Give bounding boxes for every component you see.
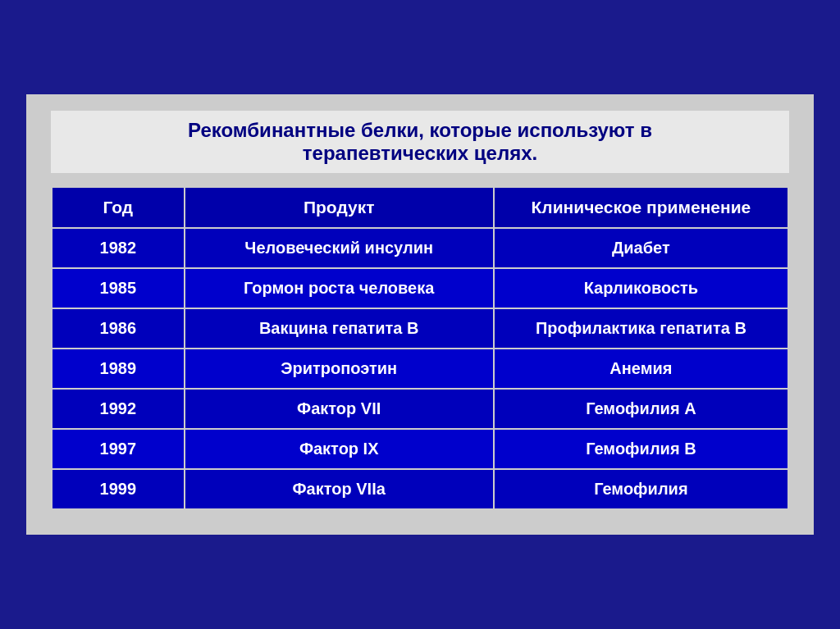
table-row: 1992Фактор VIIГемофилия А	[52, 389, 788, 429]
cell-clinical: Профилактика гепатита В	[494, 308, 788, 349]
table-row: 1986Вакцина гепатита ВПрофилактика гепат…	[52, 308, 788, 349]
page-wrapper: Рекомбинантные белки, которые используют…	[26, 94, 814, 535]
cell-product: Фактор VII	[185, 389, 494, 429]
cell-year: 1992	[52, 389, 185, 429]
cell-year: 1997	[52, 429, 185, 469]
cell-product: Эритропоэтин	[185, 349, 494, 389]
table-row: 1985Гормон роста человекаКарликовость	[52, 268, 788, 308]
cell-product: Гормон роста человека	[185, 268, 494, 308]
cell-year: 1985	[52, 268, 185, 308]
cell-clinical: Карликовость	[494, 268, 788, 308]
cell-product: Фактор IX	[185, 429, 494, 469]
cell-year: 1986	[52, 308, 185, 349]
cell-product: Человеческий инсулин	[185, 228, 494, 268]
table-row: 1997Фактор IXГемофилия В	[52, 429, 788, 469]
cell-year: 1999	[52, 469, 185, 509]
header-clinical: Клиническое применение	[494, 187, 788, 228]
table-header-row: Год Продукт Клиническое применение	[52, 187, 788, 228]
page-title: Рекомбинантные белки, которые используют…	[51, 111, 789, 173]
table-row: 1999Фактор VIIaГемофилия	[52, 469, 788, 509]
table-row: 1982Человеческий инсулинДиабет	[52, 228, 788, 268]
data-table: Год Продукт Клиническое применение 1982Ч…	[51, 186, 789, 510]
header-year: Год	[52, 187, 185, 228]
cell-clinical: Гемофилия В	[494, 429, 788, 469]
cell-year: 1989	[52, 349, 185, 389]
table-container: Год Продукт Клиническое применение 1982Ч…	[51, 186, 789, 510]
cell-clinical: Анемия	[494, 349, 788, 389]
cell-product: Фактор VIIa	[185, 469, 494, 509]
header-product: Продукт	[185, 187, 494, 228]
cell-clinical: Гемофилия А	[494, 389, 788, 429]
cell-year: 1982	[52, 228, 185, 268]
cell-clinical: Диабет	[494, 228, 788, 268]
table-row: 1989ЭритропоэтинАнемия	[52, 349, 788, 389]
cell-product: Вакцина гепатита В	[185, 308, 494, 349]
cell-clinical: Гемофилия	[494, 469, 788, 509]
